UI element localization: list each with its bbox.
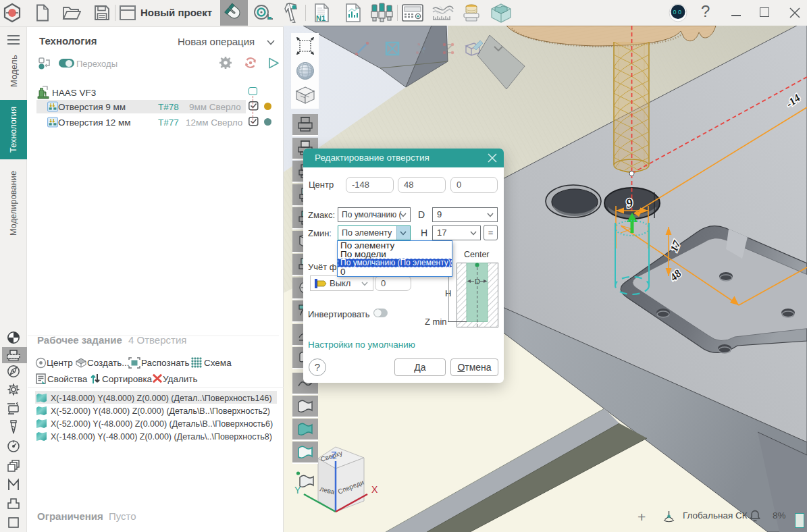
svg-text:0 0: 0 0 xyxy=(673,9,682,16)
svg-text:X: X xyxy=(371,484,378,495)
svg-text:Z: Z xyxy=(331,450,337,460)
svg-text:D: D xyxy=(475,277,480,286)
svg-text:N1: N1 xyxy=(316,14,326,22)
